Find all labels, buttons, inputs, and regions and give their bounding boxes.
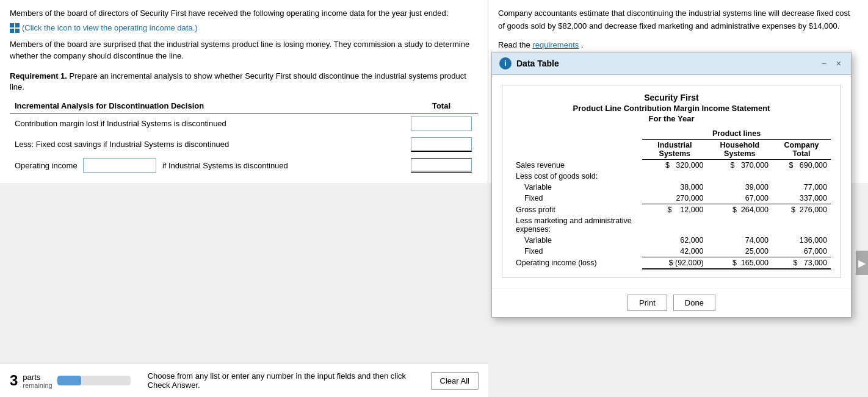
modal-close-button[interactable]: × xyxy=(834,59,844,68)
input-operating-income-desc[interactable] xyxy=(83,158,156,173)
val-industrial-fixed-cogs: 270,000 xyxy=(642,193,707,204)
operating-income-icon-link[interactable]: (Click the icon to view the operating in… xyxy=(10,23,198,33)
label-fixed-cogs: Fixed xyxy=(512,193,642,204)
val-household-op-income: $ 165,000 xyxy=(707,257,773,270)
input-contribution-margin[interactable] xyxy=(411,116,472,131)
table-row: Less: Fixed cost savings if Industrial S… xyxy=(10,134,478,155)
svg-rect-2 xyxy=(10,29,14,33)
val-company-variable-cogs: 77,000 xyxy=(772,182,831,193)
footer-bar: 3 parts remaining Choose from any list o… xyxy=(0,363,488,397)
svg-rect-3 xyxy=(15,29,20,33)
operating-income-row: Operating income if Industrial Systems i… xyxy=(10,155,478,176)
svg-rect-0 xyxy=(10,23,14,27)
row-input-2[interactable] xyxy=(405,134,478,155)
modal-minimize-button[interactable]: − xyxy=(819,59,829,68)
input-operating-income-total[interactable] xyxy=(411,158,472,173)
requirement-title: Requirement 1. Prepare an incremental an… xyxy=(10,71,478,93)
data-table-container: Security First Product Line Contribution… xyxy=(502,85,841,278)
operating-income-cell: Operating income if Industrial Systems i… xyxy=(10,155,405,176)
modal-title: Data Table xyxy=(516,59,814,68)
grid-icon xyxy=(10,23,20,33)
val-household-variable-mkt: 74,000 xyxy=(707,235,773,246)
row-fixed-marketing: Fixed 42,000 25,000 67,000 xyxy=(512,246,831,257)
label-gross-profit: Gross profit xyxy=(512,204,642,216)
col-header-total: Total xyxy=(405,99,478,113)
parts-label: parts xyxy=(23,373,52,382)
val-company-gross: $ 276,000 xyxy=(772,204,831,216)
scroll-arrow[interactable]: ▶ xyxy=(856,251,868,275)
label-variable-cogs: Variable xyxy=(512,182,642,193)
row-variable-marketing: Variable 62,000 74,000 136,000 xyxy=(512,235,831,246)
data-table-modal: i Data Table − × Security First Product … xyxy=(491,52,852,318)
parts-count: 3 xyxy=(10,373,18,388)
val-household-variable-cogs: 39,000 xyxy=(707,182,773,193)
col-header-household: HouseholdSystems xyxy=(707,140,773,160)
row-label-1: Contribution margin lost if Industrial S… xyxy=(10,113,405,134)
progress-fill xyxy=(57,376,82,385)
analysis-table: Incremental Analysis for Discontinuation… xyxy=(10,99,478,176)
modal-header: i Data Table − × xyxy=(492,52,851,75)
modal-controls: − × xyxy=(819,59,844,68)
col-header-description: Incremental Analysis for Discontinuation… xyxy=(10,99,405,113)
row-input-1[interactable] xyxy=(405,113,478,134)
dt-title: Security First xyxy=(512,93,831,102)
row-sales-revenue: Sales revenue $ 320,000 $ 370,000 $ 690,… xyxy=(512,160,831,171)
row-marketing-header: Less marketing and administrative expens… xyxy=(512,215,831,235)
left-panel: Members of the board of directors of Sec… xyxy=(0,0,488,183)
val-household-gross: $ 264,000 xyxy=(707,204,773,216)
val-household-fixed-mkt: 25,000 xyxy=(707,246,773,257)
intro-text-2: Members of the board are surprised that … xyxy=(10,38,478,62)
col-header-industrial: IndustrialSystems xyxy=(642,140,707,160)
intro-text-1: Members of the board of directors of Sec… xyxy=(10,7,478,20)
label-sales-revenue: Sales revenue xyxy=(512,160,642,171)
operating-income-label: Operating income xyxy=(15,160,78,170)
val-company-fixed-cogs: 337,000 xyxy=(772,193,831,204)
done-button[interactable]: Done xyxy=(673,295,715,311)
row-fixed-cogs: Fixed 270,000 67,000 337,000 xyxy=(512,193,831,204)
clear-all-button[interactable]: Clear All xyxy=(431,372,479,390)
req-text: Prepare an incremental analysis to show … xyxy=(10,71,466,91)
footer-text: Choose from any list or enter any number… xyxy=(148,371,406,390)
label-marketing: Less marketing and administrative expens… xyxy=(512,215,642,235)
val-company-variable-mkt: 136,000 xyxy=(772,235,831,246)
row-gross-profit: Gross profit $ 12,000 $ 264,000 $ 276,00… xyxy=(512,204,831,216)
icon-link-text: (Click the icon to view the operating in… xyxy=(22,23,198,32)
val-company-op-income: $ 73,000 xyxy=(772,257,831,270)
table-row: Contribution margin lost if Industrial S… xyxy=(10,113,478,134)
row-input-3[interactable] xyxy=(405,155,478,176)
right-panel-read: Read the requirements . xyxy=(498,39,858,52)
input-fixed-cost-savings[interactable] xyxy=(411,137,472,152)
requirements-link[interactable]: requirements xyxy=(532,40,579,49)
svg-rect-1 xyxy=(15,23,20,27)
dt-subtitle: Product Line Contribution Margin Income … xyxy=(512,104,831,113)
row-cogs-header: Less cost of goods sold: xyxy=(512,171,831,182)
val-household-sales: $ 370,000 xyxy=(707,160,773,171)
val-industrial-op-income: $ (92,000) xyxy=(642,257,707,270)
val-industrial-variable-mkt: 62,000 xyxy=(642,235,707,246)
val-industrial-fixed-mkt: 42,000 xyxy=(642,246,707,257)
modal-footer: Print Done xyxy=(492,288,851,317)
progress-bar xyxy=(57,376,131,385)
val-industrial-gross: $ 12,000 xyxy=(642,204,707,216)
label-cogs: Less cost of goods sold: xyxy=(512,171,642,182)
val-industrial-variable-cogs: 38,000 xyxy=(642,182,707,193)
val-company-sales: $ 690,000 xyxy=(772,160,831,171)
row-variable-cogs: Variable 38,000 39,000 77,000 xyxy=(512,182,831,193)
row-label-2: Less: Fixed cost savings if Industrial S… xyxy=(10,134,405,155)
val-company-fixed-mkt: 67,000 xyxy=(772,246,831,257)
dt-table: Product lines IndustrialSystems Househol… xyxy=(512,128,831,270)
print-button[interactable]: Print xyxy=(627,295,667,311)
info-icon: i xyxy=(499,57,512,70)
remaining-label: remaining xyxy=(23,382,52,389)
modal-body: Security First Product Line Contribution… xyxy=(492,75,851,288)
row-operating-income: Operating income (loss) $ (92,000) $ 165… xyxy=(512,257,831,270)
label-variable-marketing: Variable xyxy=(512,235,642,246)
val-industrial-sales: $ 320,000 xyxy=(642,160,707,171)
read-text-end: . xyxy=(581,40,584,49)
read-text: Read the xyxy=(498,40,532,49)
product-lines-header: Product lines xyxy=(642,128,831,140)
requirement-section: Requirement 1. Prepare an incremental an… xyxy=(10,71,478,176)
operating-income-middle: if Industrial Systems is discontinued xyxy=(162,160,288,170)
dt-period: For the Year xyxy=(512,114,831,123)
col-header-company: CompanyTotal xyxy=(772,140,831,160)
